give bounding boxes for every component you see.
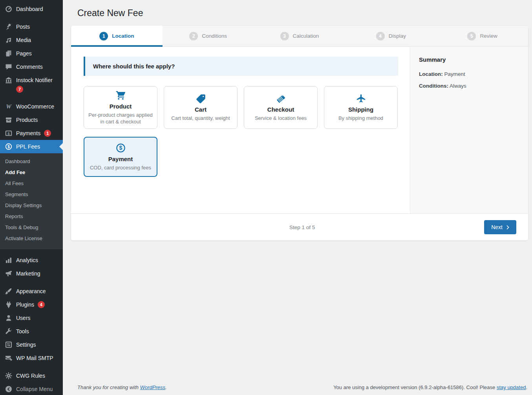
question-banner: Where should this fee apply? [84,57,398,76]
sidebar-item-collapse-menu[interactable]: Collapse Menu [0,382,63,395]
submenu-item-dashboard[interactable]: Dashboard [0,156,63,167]
sidebar-item-marketing[interactable]: Marketing [0,267,63,280]
collapse-arrow-icon [5,385,13,393]
sidebar-item-analytics[interactable]: Analytics [0,254,63,267]
sidebar-item-ppl-fees[interactable]: $ PPL Fees [0,140,63,153]
sidebar-item-pages[interactable]: Pages [0,47,63,60]
summary-conditions-row: Conditions: Always [419,83,520,89]
brush-icon [5,287,13,295]
notification-badge: 1 [44,130,51,137]
submenu-item-add-fee[interactable]: Add Fee [0,167,63,178]
media-icon [5,36,13,44]
notification-badge: 7 [16,86,23,93]
comment-icon [5,63,13,71]
shopping-cart-icon [115,90,126,101]
sidebar-item-tools[interactable]: Tools [0,325,63,338]
plane-icon [356,93,366,104]
box-icon [5,116,13,124]
sidebar-item-posts[interactable]: Posts [0,20,63,33]
tab-location[interactable]: 1 Location [71,26,163,46]
submenu-item-display-settings[interactable]: Display Settings [0,200,63,211]
submenu-item-activate-license[interactable]: Activate License [0,233,63,244]
pages-icon [5,50,13,57]
sidebar-item-settings[interactable]: Settings [0,338,63,351]
admin-sidebar: Dashboard Posts Media Pages Comments Ins… [0,0,63,395]
submenu-item-segments[interactable]: Segments [0,189,63,200]
tab-display[interactable]: 4 Display [345,26,437,46]
wrench-icon [5,327,13,335]
option-card-product[interactable]: Product Per-product charges applied in c… [84,86,157,129]
footer-thanks-text: Thank you for creating with WordPress. [77,384,167,390]
sidebar-item-comments[interactable]: Comments [0,60,63,73]
gear-icon [5,372,13,380]
tab-calculation[interactable]: 3 Calculation [254,26,346,46]
dollar-circle-icon: $ [5,143,13,151]
step-indicator: Step 1 of 5 [120,224,484,230]
svg-text:$: $ [7,145,10,149]
wizard-step-tabs: 1 Location 2 Conditions 3 Calculation 4 … [71,26,528,47]
wizard-footer: Step 1 of 5 Next [71,213,528,241]
sidebar-item-appearance[interactable]: Appearance [0,285,63,298]
bar-chart-icon [5,256,13,264]
sidebar-item-wp-mail-smtp[interactable]: WP Mail SMTP [0,351,63,365]
svg-text:$: $ [119,145,122,151]
chevron-right-icon [505,225,510,230]
stay-updated-link[interactable]: stay updated [497,384,526,390]
sidebar-item-users[interactable]: Users [0,311,63,325]
wordpress-link[interactable]: WordPress [140,384,165,390]
svg-text:$: $ [7,131,10,136]
sidebar-item-payments[interactable]: $ Payments 1 [0,127,63,140]
sidebar-item-dashboard[interactable]: Dashboard [0,2,63,16]
footer-version-text: You are using a development version (6.9… [333,384,527,390]
pin-icon [5,23,13,31]
tab-review[interactable]: 5 Review [437,26,528,46]
next-button[interactable]: Next [484,220,516,234]
option-card-checkout[interactable]: Checkout Service & location fees [244,86,318,129]
payments-icon: $ [5,129,13,137]
sidebar-item-woocommerce[interactable]: W WooCommerce [0,100,63,113]
step-number-badge: 5 [467,32,476,40]
mail-arrow-icon [5,354,13,362]
woocommerce-icon: W [5,103,13,110]
store-icon [5,76,13,84]
sliders-icon [5,341,13,349]
dashboard-icon [5,5,13,13]
tab-conditions[interactable]: 2 Conditions [163,26,254,46]
sidebar-item-products[interactable]: Products [0,113,63,127]
ticket-icon [276,93,286,104]
submenu-item-reports[interactable]: Reports [0,211,63,222]
admin-footer: Thank you for creating with WordPress. Y… [71,380,528,395]
step-number-badge: 2 [189,32,198,40]
option-card-shipping[interactable]: Shipping By shipping method [324,86,398,129]
step-number-badge: 3 [280,32,289,40]
summary-panel: Summary Location: Payment Conditions: Al… [410,47,528,213]
dollar-circle-icon: $ [115,143,126,154]
fee-location-options: Product Per-product charges applied in c… [84,86,398,177]
step-number-badge: 4 [376,32,385,40]
price-tag-icon [196,93,206,104]
page-title: Create New Fee [77,7,528,19]
option-card-cart[interactable]: Cart Cart total, quantity, weight [164,86,238,129]
sidebar-item-plugins[interactable]: Plugins 4 [0,298,63,311]
submenu-item-all-fees[interactable]: All Fees [0,178,63,189]
ppl-fees-submenu: Dashboard Add Fee All Fees Segments Disp… [0,153,63,249]
megaphone-icon [5,270,13,277]
step-number-badge: 1 [99,32,108,40]
main-content: Create New Fee 1 Location 2 Conditions 3… [63,0,532,395]
summary-location-row: Location: Payment [419,71,520,77]
option-card-payment[interactable]: $ Payment COD, card processing fees [84,137,157,177]
summary-title: Summary [419,56,520,63]
user-icon [5,314,13,322]
plug-icon [5,301,13,309]
sidebar-item-cwg-rules[interactable]: CWG Rules [0,369,63,382]
svg-text:W: W [6,103,12,110]
fee-wizard-card: 1 Location 2 Conditions 3 Calculation 4 … [71,26,528,241]
sidebar-item-instock-notifier[interactable]: Instock Notifier 7 [0,73,63,96]
wizard-step-content: Where should this fee apply? Product Per… [71,47,410,213]
notification-badge: 4 [38,301,45,308]
submenu-item-tools-debug[interactable]: Tools & Debug [0,222,63,233]
sidebar-item-media[interactable]: Media [0,33,63,47]
